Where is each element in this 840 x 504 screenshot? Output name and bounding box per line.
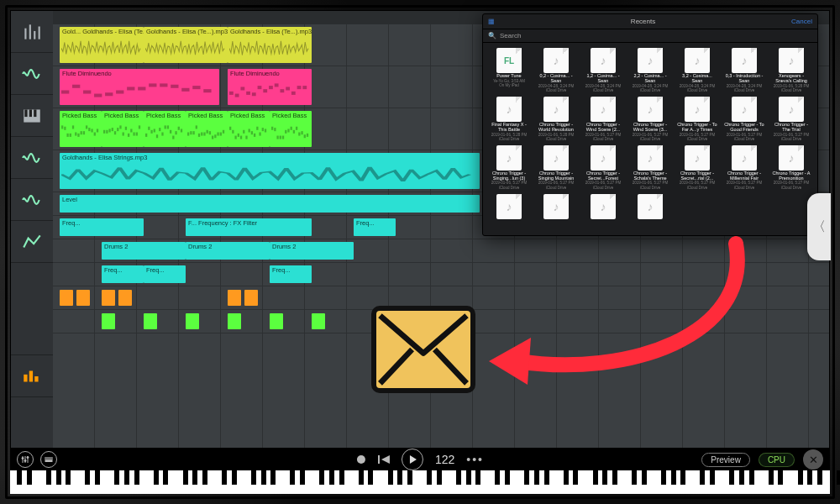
black-key[interactable]: [27, 470, 32, 485]
black-key[interactable]: [66, 470, 71, 485]
black-key[interactable]: [270, 470, 276, 485]
clip[interactable]: Freq...: [60, 218, 144, 236]
black-key[interactable]: [524, 470, 529, 485]
file-item[interactable]: ♪Chrono Trigger - Secret...rial (2...201…: [676, 145, 718, 191]
clip[interactable]: Freq...: [354, 218, 396, 236]
black-key[interactable]: [778, 470, 783, 485]
black-key[interactable]: [17, 470, 22, 485]
file-item[interactable]: ♪Chrono Trigger - The Trial2019-01-06, 5…: [770, 97, 812, 142]
file-item[interactable]: ♪Chrono Trigger - To Far A...y Times2019…: [676, 97, 718, 142]
black-key[interactable]: [114, 470, 119, 485]
black-key[interactable]: [437, 470, 442, 485]
file-item[interactable]: ♪0,2 - Cosima... - Sean2019-04-28, 3:24 …: [535, 48, 577, 93]
sidebar-wave3-button[interactable]: [11, 179, 53, 221]
black-key[interactable]: [749, 470, 754, 485]
file-item[interactable]: ♪Chrono Trigger - A Premonition2019-01-0…: [770, 145, 812, 191]
file-item[interactable]: FLPower TuneYe-Yo Go, 3:53 AMOn My iPad: [488, 48, 530, 93]
piano-keyboard[interactable]: [10, 470, 830, 494]
file-item[interactable]: ♪: [629, 194, 671, 222]
black-key[interactable]: [642, 470, 647, 485]
rewind-button[interactable]: REW: [378, 454, 390, 465]
file-item[interactable]: ♪0,3 - Introduction - Sean2019-04-28, 3:…: [723, 48, 765, 93]
black-key[interactable]: [368, 470, 373, 485]
black-key[interactable]: [388, 470, 393, 485]
black-key[interactable]: [339, 470, 344, 485]
clip[interactable]: Picked Bass: [186, 111, 228, 147]
black-key[interactable]: [769, 470, 774, 485]
file-item[interactable]: ♪3,2 - Cosima... Sean2019-04-28, 3:24 PM…: [676, 48, 718, 93]
black-key[interactable]: [798, 470, 803, 485]
sidebar-wave-button[interactable]: [11, 53, 53, 95]
clip[interactable]: Drums 2: [186, 242, 270, 260]
file-item[interactable]: ♪Xenogears - Sneva's Calling2019-01-06, …: [770, 48, 812, 93]
ctrl-button[interactable]: ••• CTRL: [466, 453, 484, 466]
step-block[interactable]: [102, 290, 115, 306]
clip[interactable]: Picked Bass: [270, 111, 312, 147]
clip[interactable]: Freq...: [144, 265, 186, 283]
close-button[interactable]: ✕: [803, 449, 823, 470]
clip[interactable]: Drums 2: [270, 242, 354, 260]
black-key[interactable]: [573, 470, 578, 485]
step-block[interactable]: [144, 313, 157, 329]
file-item[interactable]: ♪Chrono Trigger - Wind Scene (3...2019-0…: [629, 97, 671, 142]
file-item[interactable]: ♪Chrono Trigger - Millennial Fair2019-01…: [723, 145, 765, 191]
black-key[interactable]: [427, 470, 432, 485]
preview-button[interactable]: Preview: [701, 453, 750, 467]
sidebar-step-button[interactable]: [11, 355, 53, 397]
track-row[interactable]: Freq...Freq...Freq...: [53, 263, 829, 286]
black-key[interactable]: [407, 470, 412, 485]
black-key[interactable]: [466, 470, 471, 485]
black-key[interactable]: [232, 470, 237, 485]
clip[interactable]: Goldhands - Elisa (Te...).mp3: [144, 27, 228, 63]
black-key[interactable]: [397, 470, 402, 485]
black-key[interactable]: [261, 470, 266, 485]
black-key[interactable]: [671, 470, 676, 485]
black-key[interactable]: [807, 470, 812, 485]
sidebar-wave2-button[interactable]: [11, 137, 53, 179]
file-item[interactable]: ♪Chrono Trigger - Schala's Theme2019-01-…: [629, 145, 671, 191]
black-key[interactable]: [505, 470, 510, 485]
step-block[interactable]: [312, 313, 325, 329]
black-key[interactable]: [593, 470, 598, 485]
file-item[interactable]: ♪1,2 - Cosima... - Sean2019-04-28, 3:24 …: [582, 48, 624, 93]
black-key[interactable]: [183, 470, 188, 485]
file-item[interactable]: ♪: [488, 194, 530, 222]
black-key[interactable]: [495, 470, 500, 485]
black-key[interactable]: [729, 470, 734, 485]
clip[interactable]: Drums 2: [102, 242, 186, 260]
black-key[interactable]: [202, 470, 207, 485]
black-key[interactable]: [300, 470, 305, 485]
step-block[interactable]: [118, 290, 132, 306]
black-key[interactable]: [680, 470, 685, 485]
black-key[interactable]: [612, 470, 617, 485]
sidebar-eq-button[interactable]: [11, 11, 53, 53]
black-key[interactable]: [154, 470, 159, 485]
black-key[interactable]: [134, 470, 139, 485]
clip[interactable]: Picked Bass: [60, 111, 102, 147]
black-key[interactable]: [163, 470, 168, 485]
file-item[interactable]: ♪Chrono Trigger - Singing...lun (3)2019-…: [488, 145, 530, 191]
record-button[interactable]: REC: [356, 454, 366, 465]
black-key[interactable]: [710, 470, 715, 485]
clip[interactable]: Picked Bass: [102, 111, 144, 147]
browser-cancel-button[interactable]: Cancel: [791, 18, 812, 25]
file-item[interactable]: ♪: [582, 194, 624, 222]
black-key[interactable]: [319, 470, 324, 485]
file-item[interactable]: ♪Chrono Trigger - Wind Scene (2...2019-0…: [582, 97, 624, 142]
step-block[interactable]: [228, 290, 241, 306]
file-item[interactable]: ♪Chrono Trigger - World Revolution2019-0…: [535, 97, 577, 142]
black-key[interactable]: [632, 470, 637, 485]
step-block[interactable]: [102, 313, 115, 329]
file-item[interactable]: ♪Chrono Trigger - Singing Mountain2019-0…: [535, 145, 577, 191]
black-key[interactable]: [700, 470, 705, 485]
step-block[interactable]: [186, 313, 199, 329]
step-block[interactable]: [60, 290, 73, 306]
black-key[interactable]: [329, 470, 334, 485]
file-item[interactable]: ♪2,2 - Cosima... - Sean2019-04-28, 3:24 …: [629, 48, 671, 93]
clip[interactable]: Gold... Goldhands - Elisa (Te...).mp3: [60, 27, 144, 63]
file-item[interactable]: ♪Chrono Trigger - Secret...Forest2019-01…: [582, 145, 624, 191]
step-block[interactable]: [270, 313, 283, 329]
black-key[interactable]: [95, 470, 100, 485]
black-key[interactable]: [290, 470, 295, 485]
clip[interactable]: Level: [60, 195, 480, 213]
